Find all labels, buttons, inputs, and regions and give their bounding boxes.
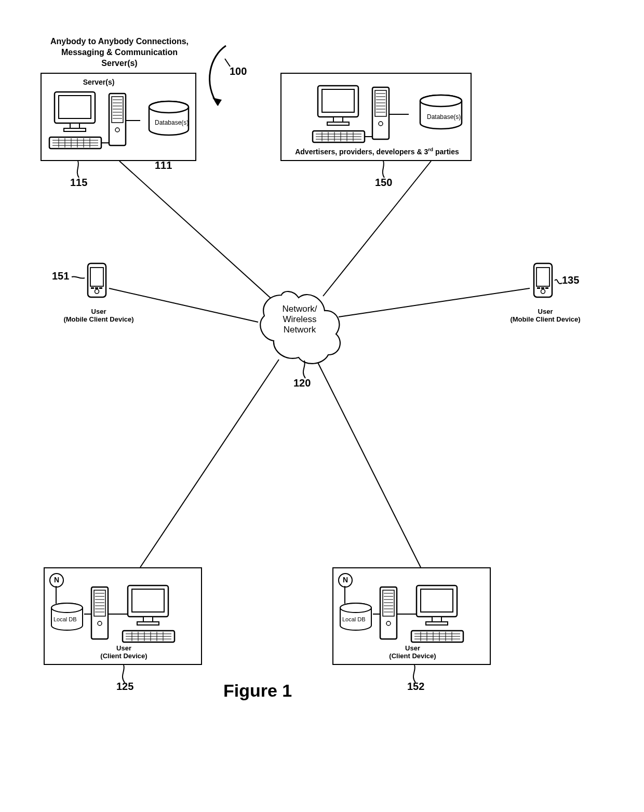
n-badge-label: N <box>343 576 348 584</box>
ref-150: 150 <box>375 177 392 189</box>
wire-icon <box>343 586 348 605</box>
client-right-label: User (Client Device) <box>333 644 492 660</box>
svg-rect-7 <box>59 96 91 118</box>
svg-rect-93 <box>137 622 159 625</box>
svg-rect-35 <box>322 89 354 112</box>
mobile-left-label: User (Mobile Client Device) <box>52 308 145 323</box>
client-box-left: N Local DB <box>44 567 202 665</box>
n-badge-label: N <box>54 576 59 584</box>
svg-line-5 <box>317 361 421 567</box>
svg-rect-121 <box>421 589 453 612</box>
svg-rect-9 <box>64 128 86 131</box>
svg-rect-66 <box>95 287 98 289</box>
arrow-100 <box>210 46 230 105</box>
title-line: Anybody to Anybody Connections, <box>50 37 189 46</box>
svg-rect-73 <box>545 287 548 289</box>
ref-152: 152 <box>407 681 424 693</box>
database-label: Database(s) <box>155 119 189 126</box>
client-left-label: User (Client Device) <box>45 644 203 660</box>
server-label: Server(s) <box>42 78 156 86</box>
server-box: Server(s) <box>41 73 196 161</box>
ref-125: 125 <box>116 681 133 693</box>
mobile-device-icon <box>531 262 556 304</box>
svg-rect-36 <box>333 117 343 122</box>
computer-server-icon <box>49 89 148 157</box>
network-label: Network/ Wireless Network <box>269 304 331 335</box>
computer-server-icon <box>313 83 417 145</box>
wire-icon <box>54 586 59 605</box>
svg-point-61 <box>420 95 462 107</box>
advertiser-label: Advertisers, providers, developers & 3rd… <box>281 147 473 156</box>
diagram-title: Anybody to Anybody Connections, Messagin… <box>39 36 200 69</box>
client-box-right: N Local DB User <box>332 567 491 665</box>
svg-rect-72 <box>541 287 544 289</box>
server-computer-icon <box>91 583 200 650</box>
svg-line-4 <box>140 360 279 567</box>
advertiser-box: Database(s) Advertisers, providers, deve… <box>280 73 472 161</box>
local-db-label: Local DB <box>342 616 366 622</box>
svg-rect-91 <box>132 589 164 612</box>
figure-title: Figure 1 <box>223 681 292 701</box>
server-computer-icon <box>380 583 489 650</box>
svg-rect-37 <box>327 122 349 125</box>
ref-135: 135 <box>562 274 579 286</box>
database-label: Database(s) <box>427 113 461 121</box>
ref-151: 151 <box>52 270 69 282</box>
ref-120: 120 <box>293 377 311 389</box>
title-line: Messaging & Communication <box>61 48 178 57</box>
svg-rect-92 <box>143 617 153 622</box>
svg-rect-69 <box>536 268 549 286</box>
svg-rect-71 <box>537 287 540 289</box>
svg-rect-63 <box>90 268 103 286</box>
svg-point-33 <box>149 101 189 113</box>
mobile-right-label: User (Mobile Client Device) <box>493 308 597 323</box>
svg-rect-67 <box>99 287 102 289</box>
local-db-label: Local DB <box>53 616 77 622</box>
svg-rect-122 <box>432 617 441 622</box>
ref-115: 115 <box>70 177 87 189</box>
svg-rect-123 <box>426 622 448 625</box>
ref-100: 100 <box>230 65 247 77</box>
mobile-device-icon <box>85 262 110 304</box>
title-line: Server(s) <box>101 59 137 68</box>
ref-111: 111 <box>155 159 172 171</box>
diagram-canvas: Anybody to Anybody Connections, Messagin… <box>0 0 644 812</box>
svg-rect-8 <box>70 123 79 128</box>
svg-rect-65 <box>91 287 94 289</box>
svg-line-0 <box>119 161 274 301</box>
